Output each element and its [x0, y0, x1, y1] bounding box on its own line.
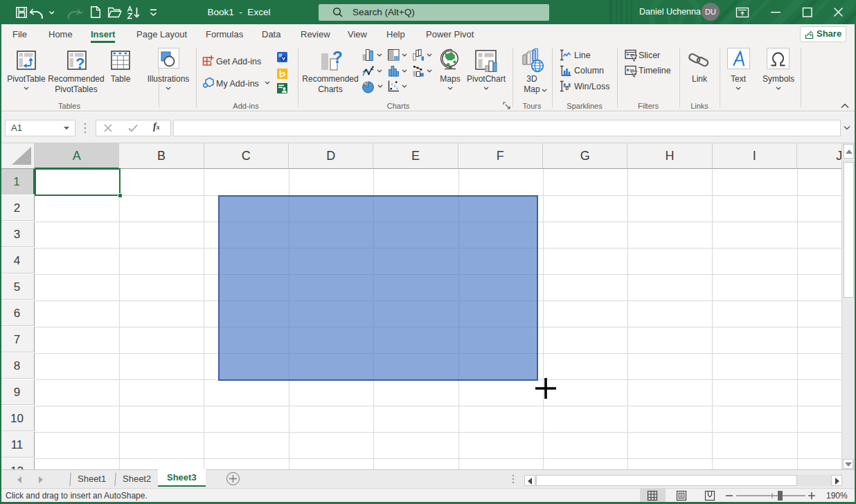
svg-text:?: ?	[332, 48, 343, 66]
svg-text:?: ?	[75, 55, 84, 72]
